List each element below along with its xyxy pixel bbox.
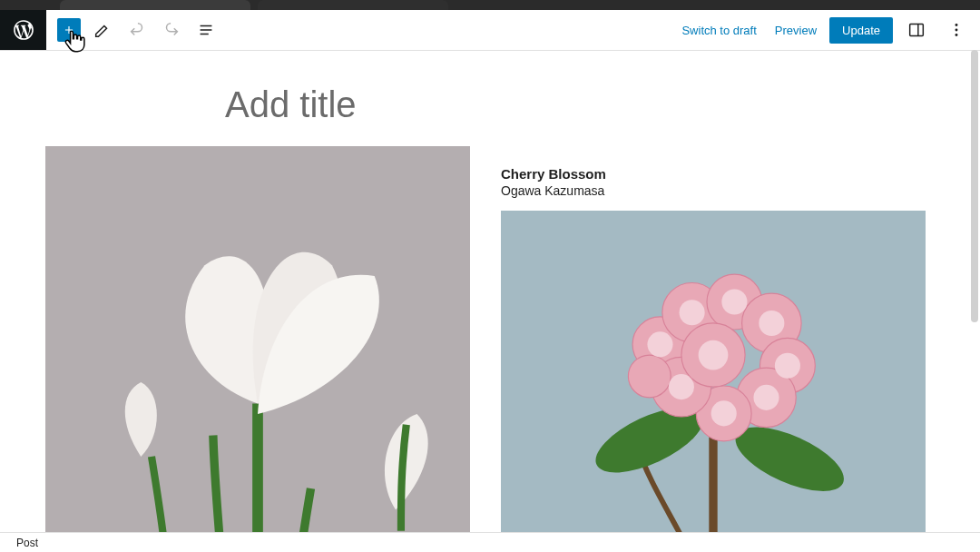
- svg-point-4: [956, 34, 958, 36]
- list-view-icon: [196, 20, 216, 40]
- svg-point-21: [721, 290, 747, 315]
- editor-top-toolbar: Switch to draft Preview Update: [0, 10, 980, 51]
- list-view-button[interactable]: [190, 14, 222, 46]
- more-options-button[interactable]: [940, 14, 973, 46]
- svg-point-24: [753, 385, 779, 410]
- wordpress-logo-icon: [12, 18, 35, 42]
- svg-point-2: [956, 24, 958, 26]
- tools-button[interactable]: [86, 14, 119, 46]
- editor-canvas-scroll[interactable]: Add title: [0, 50, 980, 532]
- svg-point-25: [711, 400, 737, 426]
- browser-chrome-sliver: [0, 0, 980, 10]
- image-caption-subtitle[interactable]: Ogawa Kazumasa: [501, 183, 926, 198]
- columns-block[interactable]: Cherry Blossom Ogawa Kazumasa: [45, 146, 926, 532]
- image-block[interactable]: [501, 211, 926, 532]
- vertical-scrollbar[interactable]: [971, 50, 978, 322]
- editor-toolbar-left: [46, 14, 222, 46]
- svg-point-27: [699, 340, 729, 370]
- editor-toolbar-right: Switch to draft Preview Update: [676, 14, 980, 46]
- column-left[interactable]: [45, 146, 470, 532]
- svg-point-23: [775, 353, 800, 379]
- plus-icon: [63, 22, 75, 38]
- editor-screen: Switch to draft Preview Update Add title: [0, 0, 980, 552]
- svg-rect-0: [910, 25, 924, 36]
- image-caption-title[interactable]: Cherry Blossom: [501, 166, 926, 182]
- redo-icon: [162, 20, 181, 40]
- block-inserter-button[interactable]: [57, 18, 81, 42]
- editor-doc-footer: Post: [0, 532, 980, 552]
- doc-type-breadcrumb[interactable]: Post: [16, 537, 38, 549]
- preview-button[interactable]: Preview: [769, 18, 822, 43]
- column-right[interactable]: Cherry Blossom Ogawa Kazumasa: [501, 146, 926, 532]
- image-block[interactable]: [45, 146, 470, 532]
- editor-canvas: Add title: [11, 50, 969, 532]
- svg-point-3: [956, 29, 958, 32]
- browser-tab[interactable]: [258, 0, 448, 10]
- svg-point-26: [669, 374, 694, 399]
- kebab-menu-icon: [946, 20, 966, 40]
- svg-point-22: [759, 310, 784, 336]
- switch-to-draft-button[interactable]: Switch to draft: [676, 18, 761, 43]
- post-title-input[interactable]: Add title: [225, 83, 926, 126]
- pencil-icon: [93, 20, 113, 40]
- cherry-blossom-illustration: [501, 211, 926, 532]
- update-button[interactable]: Update: [829, 17, 893, 44]
- svg-point-19: [647, 331, 672, 357]
- redo-button[interactable]: [155, 14, 188, 46]
- browser-tab[interactable]: [60, 0, 250, 10]
- iris-flower-illustration: [45, 146, 470, 532]
- wordpress-logo-button[interactable]: [0, 10, 46, 50]
- undo-icon: [127, 20, 147, 40]
- settings-panel-toggle[interactable]: [900, 14, 933, 46]
- panel-toggle-icon: [906, 20, 926, 40]
- undo-button[interactable]: [121, 14, 153, 46]
- svg-point-17: [628, 355, 671, 398]
- svg-point-20: [680, 300, 705, 325]
